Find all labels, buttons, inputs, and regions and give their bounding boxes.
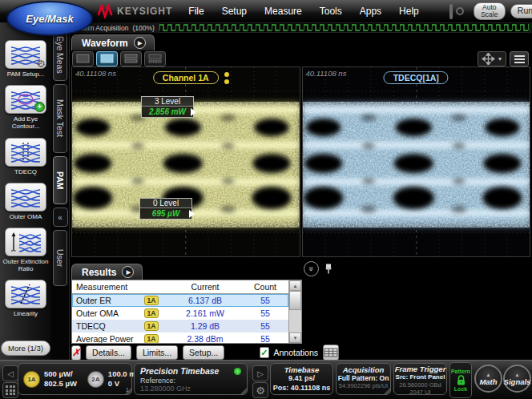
pane-menu-button[interactable]: [510, 51, 529, 66]
pane-tools: ▼: [478, 51, 529, 66]
results-scrollbar[interactable]: ▲ ▼: [288, 280, 301, 343]
timebase-panel[interactable]: Timebase 9.41 ps/ Pos: 40.11108 ns: [270, 363, 333, 395]
waveform-menu-button[interactable]: ▶: [134, 37, 146, 49]
limits-button[interactable]: Limits...: [136, 345, 178, 360]
sidebar-item-add-eye-contour[interactable]: + Add Eye Contour...: [1, 85, 50, 130]
chevron-left-icon: «: [58, 213, 62, 222]
menu-bar: File Setup Measure Tools Apps Help: [188, 6, 418, 17]
menu-file[interactable]: File: [188, 6, 204, 17]
tab-pam[interactable]: PAM: [53, 156, 67, 204]
tab-mask-test[interactable]: Mask Test: [53, 84, 67, 153]
scroll-panels-left-button[interactable]: ◁: [2, 365, 18, 381]
table-row-outer-er[interactable]: Outer ER 1A 6.137 dB 55: [72, 294, 288, 307]
sidebar-item-outer-oma[interactable]: Outer OMA: [1, 183, 50, 220]
source-cell: 1A: [135, 321, 168, 331]
sidebar-collapse-button[interactable]: «: [53, 208, 68, 227]
precision-timebase-panel[interactable]: Precision Timebase Reference: 13.280000 …: [134, 363, 248, 395]
scroll-down-icon[interactable]: ▼: [289, 332, 301, 343]
scroll-up-icon[interactable]: ▲: [289, 280, 301, 291]
source-badge: 1A: [144, 308, 159, 318]
channel-2a-indicator[interactable]: 2A: [87, 371, 104, 388]
annotations-checkbox[interactable]: ✓: [260, 347, 268, 358]
sidebar-item-label: Outer OMA: [10, 213, 42, 220]
panel-grid-button[interactable]: [2, 382, 18, 398]
tab-user[interactable]: User: [53, 230, 67, 286]
menu-measure[interactable]: Measure: [264, 6, 302, 17]
menu-tools[interactable]: Tools: [320, 6, 342, 17]
tab-results[interactable]: Results ▶: [71, 264, 143, 280]
panel-page-number: 1: [126, 386, 129, 393]
scrollbar-track[interactable]: [289, 291, 301, 332]
eye-pane-channel-1a[interactable]: 40.11108 ns Channel 1A 3 Level 2.856 mW …: [71, 66, 300, 257]
keysight-spark-icon: [98, 4, 114, 18]
scroll-panels-right-button[interactable]: ▷: [252, 365, 268, 381]
run-button[interactable]: Run: [510, 4, 532, 18]
layout-single-button[interactable]: [72, 51, 94, 66]
setup-button[interactable]: Setup...: [183, 345, 224, 360]
level-0-annotation[interactable]: 0 Level 695 µW: [139, 198, 192, 220]
delete-measurement-button[interactable]: ✗: [71, 345, 81, 361]
eye-mask-logo[interactable]: Eye/Mask: [6, 1, 93, 36]
current-value: 1.29 dB: [168, 321, 242, 331]
table-view-button[interactable]: [323, 345, 339, 361]
quad-pane-icon: [100, 54, 114, 63]
column-measurement[interactable]: Measurement: [72, 282, 135, 292]
measurement-sidebar: ⚙ PAM Setup... + Add Eye Contour...: [0, 22, 51, 361]
tdecq-1a-badge[interactable]: TDECQ[1A]: [384, 71, 449, 84]
layout-six-pane-button[interactable]: [144, 51, 166, 66]
sidebar-item-tdecq[interactable]: TDECQ: [1, 138, 50, 175]
sidebar-item-pam-setup[interactable]: ⚙ PAM Setup...: [1, 40, 50, 78]
menu-setup[interactable]: Setup: [222, 6, 247, 17]
table-row-tdecq[interactable]: TDECQ 1A 1.29 dB 55: [72, 320, 288, 332]
screenshot-camera-icon[interactable]: [449, 4, 453, 19]
settings-gear-button[interactable]: ⚙: [252, 382, 268, 398]
measurement-name: Average Power: [72, 334, 135, 343]
timebase-scale: 9.41 ps/: [271, 374, 332, 384]
column-count[interactable]: Count: [242, 282, 288, 292]
level-3-label: 3 Level: [142, 97, 193, 107]
results-tab-row: Results ▶ »: [70, 259, 532, 280]
pattern-lock-button[interactable]: Pattern Lock: [449, 362, 472, 398]
layout-stacked-button[interactable]: [120, 51, 142, 66]
level-3-annotation[interactable]: 3 Level 2.856 mW: [141, 96, 194, 118]
menu-help[interactable]: Help: [399, 6, 419, 17]
scrollbar-thumb[interactable]: [289, 291, 301, 310]
channel-1a-badge[interactable]: Channel 1A: [153, 71, 219, 84]
flexdca-window: Eye/Mask KEYSIGHT File Setup Measure Too…: [0, 0, 532, 399]
pan-tool-button[interactable]: ▼: [478, 51, 506, 66]
auto-scale-button[interactable]: Auto Scale: [474, 2, 506, 20]
table-row-outer-oma[interactable]: Outer OMA 1A 2.161 mW 55: [72, 307, 288, 320]
six-pane-icon: [148, 54, 162, 63]
measurement-name: Outer ER: [72, 296, 135, 305]
eye-diagram-glyph: [10, 284, 42, 304]
results-menu-button[interactable]: ▶: [122, 266, 134, 278]
signals-button[interactable]: ▲ Signals: [503, 365, 531, 393]
math-button[interactable]: ▲ Math: [474, 365, 502, 393]
sidebar-item-outer-extinction-ratio[interactable]: Outer Extinction Ratio: [1, 228, 50, 272]
more-measurements-button[interactable]: More (1/3): [1, 341, 50, 356]
acquisition-panel[interactable]: Acquisition Full Pattern: On 54.9902296 …: [336, 363, 391, 395]
menu-apps[interactable]: Apps: [360, 6, 381, 17]
sidebar-item-label: PAM Setup...: [7, 71, 45, 78]
channel-marker-dots: [224, 72, 229, 84]
results-collapse-button[interactable]: »: [304, 261, 319, 276]
eye-diagram-tdecq-1a: [303, 67, 530, 256]
sidebar-item-label: TDECQ: [14, 168, 37, 175]
pin-icon[interactable]: [324, 263, 332, 277]
keysight-logo: KEYSIGHT: [98, 4, 172, 18]
status-bar: ◁ 1A 500 µW/ 802.5 µW 2A 100.0 mV/ 0 V 1…: [0, 360, 532, 399]
eye-pane-tdecq-1a[interactable]: 40.11108 ns TDECQ[1A]: [302, 66, 531, 257]
eye-diagram-glyph: [10, 232, 42, 252]
details-button[interactable]: Details...: [86, 345, 131, 360]
results-table-header: Measurement Current Count: [72, 280, 288, 294]
tab-waveform[interactable]: Waveform ▶: [71, 34, 155, 50]
layout-quad-button[interactable]: [96, 51, 118, 66]
table-row-average-power[interactable]: Average Power 1A 2.38 dBm 55: [72, 332, 288, 343]
channels-panel[interactable]: 1A 500 µW/ 802.5 µW 2A 100.0 mV/ 0 V 1: [18, 363, 132, 395]
lock-icon: [456, 375, 466, 385]
column-current[interactable]: Current: [168, 282, 242, 292]
sidebar-item-linearity[interactable]: Linearity: [1, 280, 50, 317]
channel-1a-indicator[interactable]: 1A: [23, 371, 40, 388]
tab-eye-meas[interactable]: Eye Meas: [53, 28, 67, 81]
frame-trigger-panel[interactable]: Frame Trigger Src: Front Panel 26.560000…: [393, 363, 447, 395]
